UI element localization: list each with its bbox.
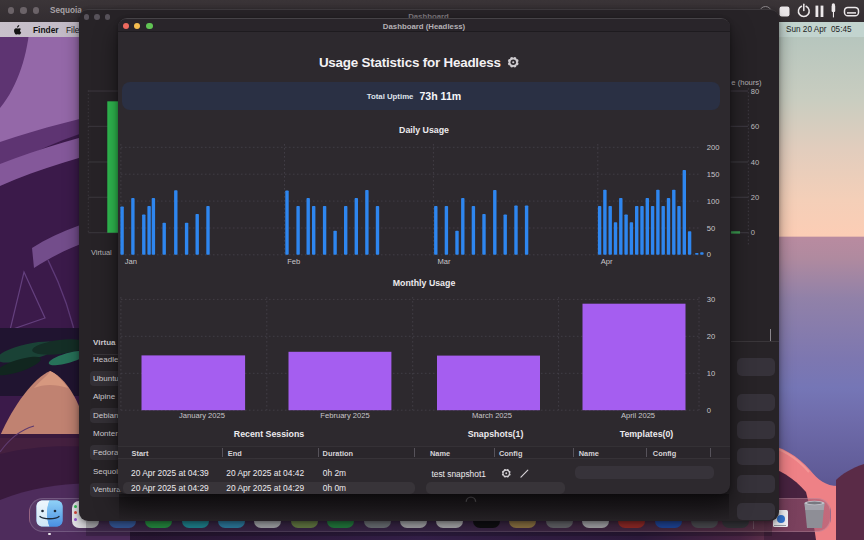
svg-text:Mar: Mar [438,257,452,266]
svg-text:40: 40 [750,157,758,166]
svg-text:Feb: Feb [287,257,300,266]
svg-text:30: 30 [707,295,715,304]
svg-text:April 2025: April 2025 [621,411,655,420]
svg-text:0: 0 [707,250,711,259]
svg-text:200: 200 [707,143,720,152]
svg-text:0: 0 [750,228,754,237]
svg-text:60: 60 [750,122,758,131]
svg-text:Jan: Jan [125,257,137,266]
svg-text:100: 100 [707,197,720,206]
svg-text:Apr: Apr [601,257,613,266]
svg-text:150: 150 [707,170,720,179]
svg-text:0: 0 [707,406,711,415]
svg-text:20: 20 [707,332,715,341]
svg-text:50: 50 [707,224,715,233]
svg-text:80: 80 [750,87,758,96]
svg-text:e (hours): e (hours) [731,78,762,87]
svg-text:10: 10 [707,369,715,378]
svg-text:20: 20 [750,193,758,202]
svg-text:January 2025: January 2025 [179,411,225,420]
svg-text:Virtual: Virtual [90,248,111,257]
svg-text:March 2025: March 2025 [472,411,512,420]
svg-text:February 2025: February 2025 [320,411,369,420]
